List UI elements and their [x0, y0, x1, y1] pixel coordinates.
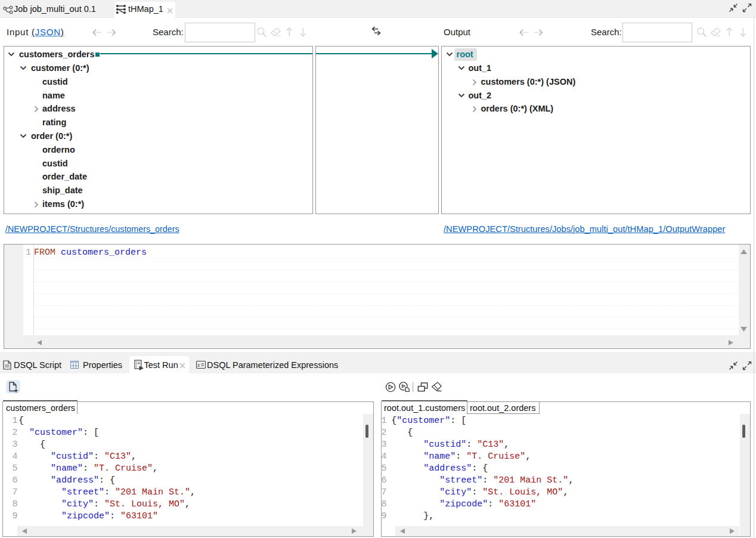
svg-text:x: x	[197, 361, 200, 368]
